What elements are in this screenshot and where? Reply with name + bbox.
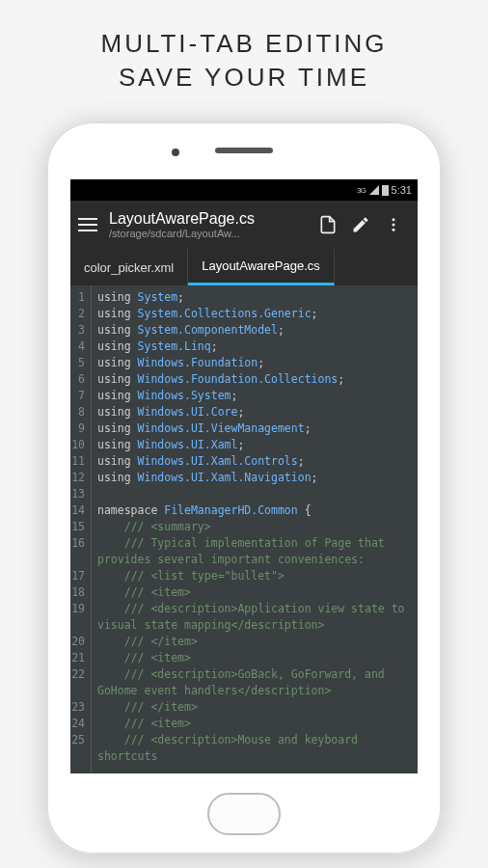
new-file-button[interactable] bbox=[312, 215, 344, 234]
code-line[interactable]: using Windows.UI.Xaml; bbox=[97, 437, 418, 453]
line-number: 25 bbox=[70, 732, 85, 765]
code-line[interactable]: using System.Linq; bbox=[97, 339, 418, 355]
promo-line-1: MULTI-TAB EDITING bbox=[100, 29, 387, 59]
code-line[interactable]: /// <description>Mouse and keyboard shor… bbox=[97, 732, 418, 765]
menu-icon[interactable] bbox=[78, 218, 97, 231]
signal-icon bbox=[369, 185, 379, 195]
line-number: 12 bbox=[70, 470, 85, 486]
line-number: 14 bbox=[70, 502, 85, 519]
code-line[interactable]: using Windows.Foundation.Collections; bbox=[97, 371, 418, 388]
svg-point-1 bbox=[393, 224, 395, 227]
line-number: 18 bbox=[70, 584, 85, 601]
line-number: 17 bbox=[70, 568, 85, 584]
appbar-title-group: LayoutAwarePage.cs /storage/sdcard/Layou… bbox=[109, 210, 312, 239]
code-line[interactable]: using Windows.UI.Xaml.Navigation; bbox=[97, 470, 418, 486]
line-number: 24 bbox=[70, 716, 85, 732]
line-number: 8 bbox=[70, 404, 85, 420]
code-line[interactable] bbox=[97, 486, 418, 502]
network-label: 3G bbox=[357, 186, 366, 195]
svg-point-2 bbox=[393, 229, 395, 231]
code-line[interactable]: /// <item> bbox=[97, 650, 418, 666]
code-line[interactable]: /// <item> bbox=[97, 584, 418, 601]
code-line[interactable]: using System.ComponentModel; bbox=[97, 322, 418, 339]
code-line[interactable]: /// <description>GoBack, GoForward, and … bbox=[97, 666, 418, 699]
code-line[interactable]: /// </item> bbox=[97, 634, 418, 650]
line-number: 21 bbox=[70, 650, 85, 666]
line-number: 6 bbox=[70, 371, 85, 388]
line-number-gutter: 1234567891011121314151617181920212223242… bbox=[70, 285, 92, 773]
line-number: 10 bbox=[70, 437, 85, 453]
line-number: 15 bbox=[70, 519, 85, 535]
speaker-grille bbox=[215, 148, 273, 153]
phone-frame: 3G 5:31 LayoutAwarePage.cs /storage/sdca… bbox=[46, 122, 442, 854]
line-number: 16 bbox=[70, 535, 85, 568]
code-line[interactable]: using Windows.System; bbox=[97, 388, 418, 404]
code-line[interactable]: using Windows.Foundation; bbox=[97, 355, 418, 371]
file-path: /storage/sdcard/LayoutAw... bbox=[109, 228, 312, 239]
line-number: 2 bbox=[70, 306, 85, 322]
line-number: 4 bbox=[70, 339, 85, 355]
tab-1[interactable]: LayoutAwarePage.cs bbox=[188, 249, 335, 285]
phone-earpiece-area bbox=[46, 122, 442, 179]
line-number: 23 bbox=[70, 699, 85, 716]
line-number: 1 bbox=[70, 289, 85, 306]
clock: 5:31 bbox=[392, 184, 412, 196]
code-line[interactable]: using System; bbox=[97, 289, 418, 306]
code-line[interactable]: namespace FileManagerHD.Common { bbox=[97, 502, 418, 519]
tab-0[interactable]: color_picker.xml bbox=[70, 249, 188, 285]
battery-icon bbox=[382, 185, 389, 196]
code-line[interactable]: using System.Collections.Generic; bbox=[97, 306, 418, 322]
code-line[interactable]: /// </item> bbox=[97, 699, 418, 716]
edit-button[interactable] bbox=[344, 215, 377, 234]
code-line[interactable]: /// Typical implementation of Page that … bbox=[97, 535, 418, 568]
app-bar: LayoutAwarePage.cs /storage/sdcard/Layou… bbox=[70, 201, 418, 249]
line-number: 3 bbox=[70, 322, 85, 339]
line-number: 19 bbox=[70, 601, 85, 634]
code-line[interactable]: /// <summary> bbox=[97, 519, 418, 535]
line-number: 22 bbox=[70, 666, 85, 699]
tab-bar: color_picker.xmlLayoutAwarePage.cs bbox=[70, 249, 418, 285]
screen: 3G 5:31 LayoutAwarePage.cs /storage/sdca… bbox=[70, 179, 418, 773]
line-number: 9 bbox=[70, 420, 85, 437]
status-bar: 3G 5:31 bbox=[70, 179, 418, 201]
promo-line-2: SAVE YOUR TIME bbox=[100, 63, 387, 93]
line-number: 11 bbox=[70, 453, 85, 470]
promo-banner: MULTI-TAB EDITING SAVE YOUR TIME bbox=[100, 29, 387, 93]
sensor-dot bbox=[172, 149, 179, 156]
home-button[interactable] bbox=[207, 793, 281, 835]
overflow-menu-button[interactable] bbox=[377, 216, 410, 234]
code-line[interactable]: using Windows.UI.Xaml.Controls; bbox=[97, 453, 418, 470]
line-number: 7 bbox=[70, 388, 85, 404]
svg-point-0 bbox=[393, 219, 395, 222]
line-number: 20 bbox=[70, 634, 85, 650]
code-line[interactable]: using Windows.UI.Core; bbox=[97, 404, 418, 420]
code-line[interactable]: /// <list type="bullet"> bbox=[97, 568, 418, 584]
file-title: LayoutAwarePage.cs bbox=[109, 210, 312, 228]
code-line[interactable]: /// <item> bbox=[97, 716, 418, 732]
line-number: 5 bbox=[70, 355, 85, 371]
code-content[interactable]: using System;using System.Collections.Ge… bbox=[92, 285, 418, 773]
code-editor[interactable]: 1234567891011121314151617181920212223242… bbox=[70, 285, 418, 773]
code-line[interactable]: /// <description>Application view state … bbox=[97, 601, 418, 634]
code-line[interactable]: using Windows.UI.ViewManagement; bbox=[97, 420, 418, 437]
line-number: 13 bbox=[70, 486, 85, 502]
